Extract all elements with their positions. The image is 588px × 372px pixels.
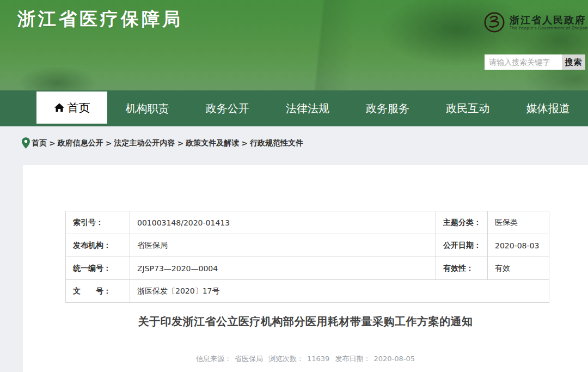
breadcrumb-separator: >	[241, 139, 248, 148]
breadcrumb-item-statutory[interactable]: 法定主动公开内容	[114, 138, 175, 148]
content-panel: 索引号： 001003148/2020-01413 主题分类： 医保类 发布机构…	[23, 165, 588, 372]
meta-label-topic: 主题分类：	[436, 211, 488, 234]
meta-label-issuer: 发布机构：	[66, 234, 130, 257]
site-title: 浙江省医疗保障局	[17, 7, 183, 32]
meta-label-validity: 有效性：	[436, 257, 488, 280]
pubdate-value: 2020-08-05	[374, 355, 415, 363]
search-button[interactable]: 搜索	[562, 54, 585, 70]
breadcrumb-item-gov-info[interactable]: 政府信息公开	[58, 138, 103, 148]
meta-label-unified-no: 统一编号：	[66, 257, 130, 280]
meta-value-unified-no: ZJSP73—2020—0004	[130, 257, 436, 280]
meta-row: 文 号： 浙医保发〔2020〕17号	[66, 280, 549, 303]
location-pin-icon	[22, 137, 30, 149]
nav-item-gov-info[interactable]: 政务公开	[187, 90, 267, 126]
gov-logo-text: 浙江省人民政府 The People's Government of Zheji…	[510, 14, 588, 31]
site-header: 浙江省医疗保障局 浙江省人民政府 The People's Government…	[0, 0, 588, 90]
gov-logo-subtitle: The People's Government of Zhejiang Prov…	[510, 26, 588, 31]
meta-value-doc-no: 浙医保发〔2020〕17号	[130, 280, 549, 303]
breadcrumb-item-home[interactable]: 首页	[32, 138, 47, 148]
breadcrumb-separator: >	[49, 139, 56, 148]
breadcrumb: 首页 > 政府信息公开 > 法定主动公开内容 > 政策文件及解读 > 行政规范性…	[22, 137, 303, 149]
meta-row: 索引号： 001003148/2020-01413 主题分类： 医保类	[66, 211, 549, 234]
nav-item-org-duties[interactable]: 机构职责	[107, 90, 187, 126]
gov-logo[interactable]: 浙江省人民政府 The People's Government of Zheji…	[483, 11, 588, 33]
breadcrumb-separator: >	[106, 139, 112, 148]
nav-item-gov-services[interactable]: 政务服务	[348, 90, 428, 126]
breadcrumb-item-normative[interactable]: 行政规范性文件	[250, 138, 303, 148]
meta-value-issuer: 省医保局	[130, 234, 436, 257]
breadcrumb-item-policy[interactable]: 政策文件及解读	[186, 138, 239, 148]
meta-value-pub-date: 2020-08-03	[488, 234, 549, 257]
views-value: 11639	[307, 355, 329, 363]
article-source-line: 信息来源：省医保局 浏览次数：11639 发布日期：2020-08-05	[23, 354, 588, 364]
meta-label-doc-no: 文 号：	[66, 280, 130, 303]
meta-row: 发布机构： 省医保局 公开日期： 2020-08-03	[66, 234, 549, 257]
meta-label-index: 索引号：	[66, 211, 130, 234]
nav-home-label: 首页	[68, 100, 90, 115]
article-title: 关于印发浙江省公立医疗机构部分医用耗材带量采购工作方案的通知	[23, 314, 588, 329]
breadcrumb-separator: >	[177, 139, 183, 148]
gov-logo-title: 浙江省人民政府	[510, 14, 588, 26]
source-label: 信息来源：	[196, 355, 231, 363]
views-label: 浏览次数：	[268, 355, 304, 363]
search-bar: 搜索	[485, 54, 585, 70]
meta-label-pub-date: 公开日期：	[436, 234, 488, 257]
meta-row: 统一编号： ZJSP73—2020—0004 有效性： 有效	[66, 257, 549, 280]
search-input[interactable]	[485, 54, 562, 70]
nav-item-interaction[interactable]: 政民互动	[428, 90, 508, 126]
meta-table: 索引号： 001003148/2020-01413 主题分类： 医保类 发布机构…	[65, 211, 549, 303]
pubdate-label: 发布日期：	[335, 355, 371, 363]
breadcrumb-bar: 首页 > 政府信息公开 > 法定主动公开内容 > 政策文件及解读 > 行政规范性…	[0, 126, 588, 165]
page: 浙江省医疗保障局 浙江省人民政府 The People's Government…	[0, 0, 588, 372]
nav-spacer	[0, 90, 36, 126]
nav-item-media[interactable]: 媒体报道	[508, 90, 588, 126]
nav-tab-home[interactable]: 首页	[36, 92, 107, 124]
source-value: 省医保局	[235, 355, 263, 363]
nav-item-laws[interactable]: 法律法规	[267, 90, 347, 126]
gov-emblem-icon	[483, 11, 505, 33]
meta-value-index: 001003148/2020-01413	[130, 211, 436, 234]
main-nav: 首页 机构职责 政务公开 法律法规 政务服务 政民互动 媒体报道	[0, 90, 588, 126]
home-icon	[54, 102, 65, 113]
meta-value-topic: 医保类	[488, 211, 549, 234]
meta-value-validity: 有效	[488, 257, 549, 280]
